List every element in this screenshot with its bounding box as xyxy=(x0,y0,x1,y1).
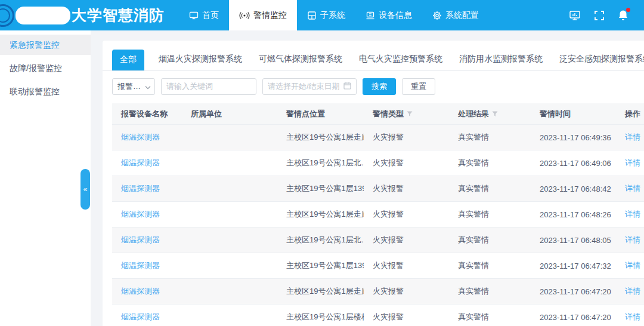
keyword-placeholder: 请输入关键词 xyxy=(166,81,213,92)
content-card: 全部 烟温火灾探测报警系统 可燃气体探测报警系统 电气火灾监控预警系统 消防用水… xyxy=(103,41,644,326)
filter-funnel-icon[interactable] xyxy=(492,110,498,119)
detail-link[interactable]: 详情 xyxy=(625,312,640,322)
alarm-type-cell: 火灾报警 xyxy=(364,312,449,322)
result-cell: 真实警情 xyxy=(449,158,531,168)
fullscreen-icon[interactable] xyxy=(594,10,605,21)
alarm-type-cell: 火灾报警 xyxy=(364,209,449,220)
nav-item-label: 子系统 xyxy=(320,10,345,21)
location-cell: 主校区19号公寓1层139 xyxy=(277,183,364,194)
detail-link[interactable]: 详情 xyxy=(625,209,640,220)
location-cell: 主校区19号公寓1层走廊4 xyxy=(277,286,364,297)
result-cell: 真实警情 xyxy=(449,183,531,194)
tab-smoke-temp-fire[interactable]: 烟温火灾探测报警系统 xyxy=(159,54,242,70)
tab-combustible-gas[interactable]: 可燃气体探测报警系统 xyxy=(259,54,342,70)
chevron-down-icon xyxy=(145,82,151,91)
device-name-link[interactable]: 烟温探测器 xyxy=(112,260,182,271)
alarm-time-cell: 2023-11-17 06:47:20 xyxy=(531,313,616,322)
bell-icon[interactable] xyxy=(618,10,628,21)
detail-link[interactable]: 详情 xyxy=(625,132,640,143)
col-header-device: 报警设备名称 xyxy=(112,109,182,119)
detail-link[interactable]: 详情 xyxy=(625,183,640,194)
table-body: 烟温探测器 主校区19号公寓1层走廊4 火灾报警 真实警情 2023-11-17… xyxy=(112,124,644,326)
detail-link[interactable]: 详情 xyxy=(625,235,640,245)
result-cell: 真实警情 xyxy=(449,286,531,297)
alarm-type-cell: 火灾报警 xyxy=(364,132,449,143)
dashboard-icon[interactable] xyxy=(569,10,581,21)
system-tabs: 全部 烟温火灾探测报警系统 可燃气体探测报警系统 电气火灾监控预警系统 消防用水… xyxy=(103,41,644,71)
nav-item-device-info[interactable]: 设备信息 xyxy=(355,0,422,30)
actions-cell: 详情 处理 xyxy=(616,235,644,245)
device-name-link[interactable]: 烟温探测器 xyxy=(112,312,182,322)
sidebar-item-fault-alarm[interactable]: 故障/报警监控 xyxy=(0,58,91,78)
chevron-double-left-icon: « xyxy=(83,185,88,193)
detail-link[interactable]: 详情 xyxy=(625,158,640,168)
sidebar-collapse-button[interactable]: « xyxy=(80,169,90,210)
detail-link[interactable]: 详情 xyxy=(625,286,640,297)
location-cell: 主校区19号公寓1层139 xyxy=(277,260,364,271)
actions-cell: 详情 处理 xyxy=(616,183,644,194)
table-row: 烟温探测器 主校区19号公寓1层北... 火灾报警 真实警情 2023-11-1… xyxy=(112,150,644,176)
home-icon xyxy=(189,11,199,20)
location-cell: 主校区19号公寓1层楼梯3 xyxy=(277,312,364,322)
table-row: 烟温探测器 主校区19号公寓1层139 火灾报警 真实警情 2023-11-17… xyxy=(112,253,644,278)
result-cell: 真实警情 xyxy=(449,260,531,271)
detail-link[interactable]: 详情 xyxy=(625,260,640,271)
university-emblem-icon xyxy=(0,4,14,27)
tab-all[interactable]: 全部 xyxy=(112,50,144,70)
actions-cell: 详情 处理 xyxy=(616,132,644,143)
date-placeholder: 请选择开始/结束日期 xyxy=(268,81,340,92)
alarm-type-cell: 火灾报警 xyxy=(364,158,449,168)
result-cell: 真实警情 xyxy=(449,235,531,245)
nav-item-home[interactable]: 首页 xyxy=(179,0,229,30)
table-header: 报警设备名称 所属单位 警情点位置 警情类型 处理结果 警情时间 操作 xyxy=(112,103,644,124)
device-name-link[interactable]: 烟温探测器 xyxy=(112,158,182,168)
result-cell: 真实警情 xyxy=(449,132,531,143)
top-navbar: 大学智慧消防 首页 警情监控 xyxy=(0,0,644,30)
system-config-icon xyxy=(432,11,442,20)
device-name-link[interactable]: 烟温探测器 xyxy=(112,183,182,194)
col-header-result: 处理结果 xyxy=(449,109,531,119)
alarm-time-cell: 2023-11-17 06:48:05 xyxy=(531,236,616,245)
reset-button[interactable]: 重置 xyxy=(402,78,435,95)
alarm-time-cell: 2023-11-17 06:47:32 xyxy=(531,262,616,270)
app-title: 大学智慧消防 xyxy=(72,5,165,25)
sidebar-item-emergency-alarm[interactable]: 紧急报警监控 xyxy=(0,35,91,55)
table-row: 烟温探测器 主校区19号公寓1层走廊4 火灾报警 真实警情 2023-11-17… xyxy=(112,124,644,150)
search-button[interactable]: 搜索 xyxy=(363,78,396,95)
keyword-input[interactable]: 请输入关键词 xyxy=(161,78,256,95)
col-header-time: 警情时间 xyxy=(531,109,616,119)
tab-pan-security[interactable]: 泛安全感知探测报警系统 xyxy=(559,54,644,70)
date-range-picker[interactable]: 请选择开始/结束日期 xyxy=(262,78,357,95)
actions-cell: 详情 处理 xyxy=(616,158,644,168)
tab-fire-water[interactable]: 消防用水监测报警系统 xyxy=(459,54,543,70)
nav-item-label: 系统配置 xyxy=(445,10,479,21)
device-name-link[interactable]: 烟温探测器 xyxy=(112,132,182,143)
device-name-link[interactable]: 烟温探测器 xyxy=(112,235,182,245)
filter-funnel-icon[interactable] xyxy=(407,110,413,119)
alarm-time-cell: 2023-11-17 06:49:06 xyxy=(531,159,616,168)
actions-cell: 详情 处理 xyxy=(616,312,644,322)
sidebar-item-linkage-alarm[interactable]: 联动报警监控 xyxy=(0,81,91,102)
alarm-type-cell: 火灾报警 xyxy=(364,183,449,194)
search-field-select[interactable]: 报警设... xyxy=(112,78,155,95)
actions-cell: 详情 处理 xyxy=(616,286,644,297)
table-row: 烟温探测器 主校区19号公寓1层走廊4 火灾报警 真实警情 2023-11-17… xyxy=(112,201,644,227)
redaction-blob xyxy=(16,7,70,24)
notification-badge xyxy=(626,8,630,12)
subsystem-icon xyxy=(307,11,317,20)
device-name-link[interactable]: 烟温探测器 xyxy=(112,209,182,220)
table-row: 烟温探测器 主校区19号公寓1层北... 火灾报警 真实警情 2023-11-1… xyxy=(112,227,644,253)
nav-item-system-config[interactable]: 系统配置 xyxy=(422,0,489,30)
alarm-monitor-icon xyxy=(239,11,250,20)
tab-electrical-fire[interactable]: 电气火灾监控预警系统 xyxy=(359,54,442,70)
location-cell: 主校区19号公寓1层北... xyxy=(277,235,364,245)
nav-item-alarm-monitor[interactable]: 警情监控 xyxy=(229,0,297,30)
device-info-icon xyxy=(366,11,375,20)
col-header-type: 警情类型 xyxy=(364,109,449,119)
nav-item-subsystem[interactable]: 子系统 xyxy=(297,0,355,30)
navbar-right-icons xyxy=(569,0,644,30)
device-name-link[interactable]: 烟温探测器 xyxy=(112,286,182,297)
actions-cell: 详情 处理 xyxy=(616,209,644,220)
filter-bar: 报警设... 请输入关键词 请选择开始/结束日期 搜索 重置 xyxy=(112,78,644,95)
col-header-location: 警情点位置 xyxy=(277,109,364,119)
